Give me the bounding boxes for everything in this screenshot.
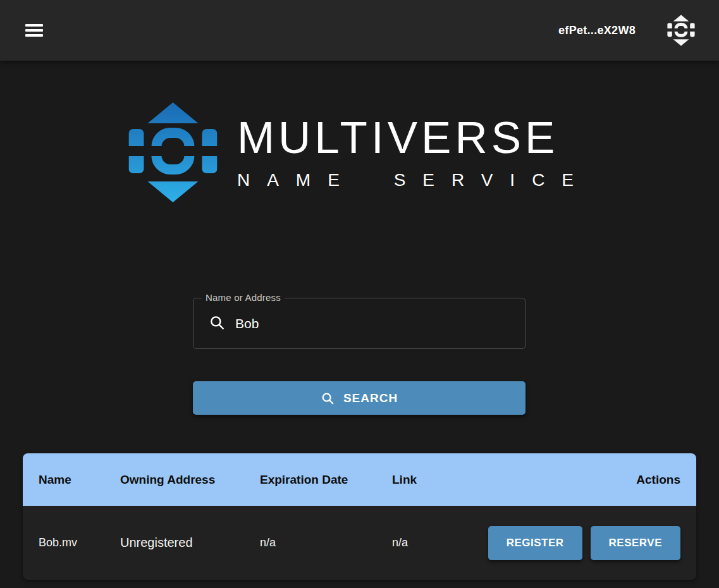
- column-header-expiration-date: Expiration Date: [260, 473, 392, 487]
- wallet-address[interactable]: efPet...eX2W8: [558, 0, 636, 61]
- multiverse-hexagon-logo-icon: [128, 101, 217, 204]
- cell-owning-address: Unregistered: [120, 536, 260, 550]
- cell-link: n/a: [392, 536, 488, 549]
- search-button[interactable]: SEARCH: [193, 381, 525, 415]
- brand-title: MULTIVERSE: [237, 115, 591, 160]
- table-header-row: Name Owning Address Expiration Date Link…: [23, 453, 696, 506]
- table-row: Bob.mv Unregistered n/a n/a REGISTER RES…: [23, 506, 696, 580]
- search-button-label: SEARCH: [343, 391, 398, 405]
- search-icon: [209, 314, 225, 333]
- register-button[interactable]: REGISTER: [488, 526, 582, 560]
- brand-hero: MULTIVERSE NAME SERVICE: [128, 101, 591, 204]
- cell-name: Bob.mv: [39, 536, 120, 549]
- column-header-link: Link: [392, 473, 636, 487]
- reserve-button[interactable]: RESERVE: [591, 526, 680, 560]
- search-field-label: Name or Address: [202, 292, 285, 303]
- app-bar: efPet...eX2W8: [0, 0, 719, 61]
- cell-expiration-date: n/a: [260, 536, 392, 549]
- column-header-owning-address: Owning Address: [120, 473, 260, 487]
- search-input[interactable]: [235, 298, 517, 348]
- brand-subtitle: NAME SERVICE: [237, 170, 591, 190]
- results-table: Name Owning Address Expiration Date Link…: [23, 453, 696, 580]
- multiverse-logo-icon[interactable]: [665, 15, 697, 46]
- column-header-name: Name: [39, 473, 120, 487]
- name-search-field[interactable]: Name or Address: [193, 298, 525, 349]
- cell-actions: REGISTER RESERVE: [488, 526, 680, 560]
- search-icon: [321, 391, 335, 405]
- column-header-actions: Actions: [636, 473, 680, 487]
- hamburger-menu-icon[interactable]: [18, 15, 51, 46]
- brand-wordmark: MULTIVERSE NAME SERVICE: [237, 115, 591, 190]
